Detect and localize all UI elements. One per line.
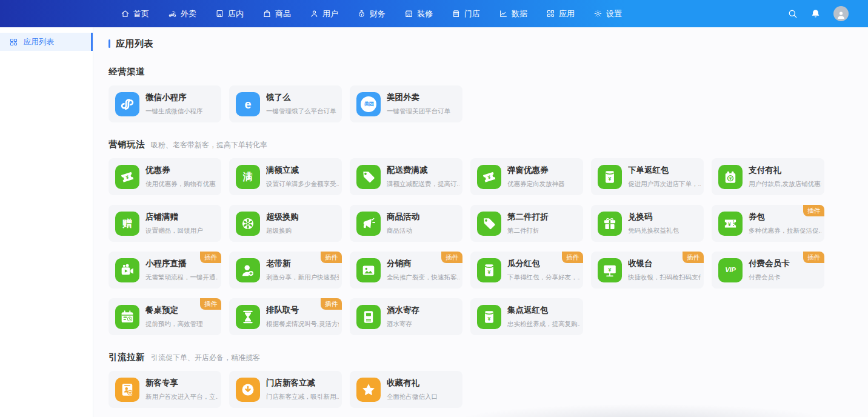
nav-item-apps[interactable]: 应用 — [546, 8, 575, 19]
top-navbar: 首页外卖店内商品用户财务装修门店数据应用设置 — [0, 0, 868, 27]
app-card[interactable]: 老带新刺激分享，新用户快速裂变插件 — [229, 252, 342, 289]
card-desc: 凭码兑换权益礼包 — [628, 227, 679, 235]
app-card[interactable]: 配送费满减满额立减配送费，提高订... — [350, 158, 462, 195]
app-card[interactable]: ¥收银台快捷收银，扫码枪扫码支付插件 — [591, 252, 704, 289]
app-card[interactable]: 新客专享新用户首次进入平台，立... — [109, 371, 221, 408]
nav-item-data[interactable]: 数据 — [499, 8, 527, 19]
sidebar-item-app-list[interactable]: 应用列表 — [0, 33, 93, 51]
nav-item-user[interactable]: 用户 — [310, 8, 338, 19]
app-card[interactable]: 餐桌预定提前预约，高效管理插件 — [109, 298, 221, 335]
card-text: 餐桌预定提前预约，高效管理 — [145, 305, 205, 329]
card-title: 收藏有礼 — [387, 378, 438, 389]
nav-item-label: 店内 — [228, 8, 244, 19]
badge-down-icon — [236, 378, 260, 402]
plugin-badge: 插件 — [683, 252, 704, 263]
nav-item-takeout[interactable]: 外卖 — [168, 8, 196, 19]
app-card[interactable]: 分销商全民推广裂变，快速拓客...插件 — [350, 252, 462, 289]
app-card[interactable]: 商品活动商品活动 — [350, 205, 462, 242]
app-card[interactable]: 门店新客立减门店新客立减，吸引新用... — [229, 371, 342, 408]
card-desc: 提前预约，高效管理 — [145, 320, 203, 329]
user-avatar[interactable] — [833, 6, 849, 21]
nav-item-label: 设置 — [606, 8, 622, 19]
card-desc: 全民推广裂变，快速拓客... — [387, 273, 459, 282]
sidebar: 应用列表 — [0, 27, 93, 417]
red-envelope-icon: ¥ — [598, 165, 622, 189]
card-desc: 多种优惠券，拉新促活促... — [749, 227, 821, 235]
nav-item-settings[interactable]: 设置 — [593, 8, 622, 19]
person-plus-icon — [236, 258, 260, 282]
plugin-badge: 插件 — [200, 252, 221, 263]
card-desc: 门店新客立减，吸引新用... — [266, 393, 339, 401]
card-text: 优惠券使用优惠券，购物有优惠 — [145, 165, 218, 188]
app-card[interactable]: 微信小程序一键生成微信小程序 — [109, 85, 221, 122]
app-card[interactable]: 排队取号根据餐桌情况叫号,灵活方便插件 — [229, 298, 342, 335]
card-desc: 一键管理饿了么平台订单 — [266, 107, 336, 116]
card-desc: 下单得红包，分享好友，... — [507, 273, 580, 282]
apps-icon — [546, 9, 555, 18]
card-title: 微信小程序 — [145, 92, 203, 103]
char-icon: 满 — [236, 165, 260, 189]
card-desc: 设置订单满多少金额享受... — [266, 180, 339, 188]
app-card[interactable]: 赠店铺满赠设置赠品，回馈用户 — [109, 205, 221, 242]
card-text: 美团外卖一键管理美团平台订单 — [387, 92, 453, 116]
app-card[interactable]: 满满额立减设置订单满多少金额享受... — [229, 158, 342, 195]
app-card[interactable]: VIP付费会员卡付费会员卡插件 — [712, 252, 824, 289]
card-desc: 付费会员卡 — [749, 273, 790, 282]
nav-item-label: 用户 — [322, 8, 338, 19]
char-icon: 赠 — [115, 212, 139, 236]
card-text: 店铺满赠设置赠品，回馈用户 — [145, 212, 205, 235]
card-title: 支付有礼 — [749, 165, 821, 176]
plugin-badge: 插件 — [321, 298, 342, 310]
nav-item-home[interactable]: 首页 — [121, 8, 149, 19]
card-text: 新客专享新用户首次进入平台，立... — [145, 378, 221, 401]
card-desc: 满额立减配送费，提高订... — [387, 180, 459, 188]
card-grid: 微信小程序一键生成微信小程序e饿了么一键管理饿了么平台订单美团美团外卖一键管理美… — [109, 85, 830, 122]
nav-item-label: 财务 — [370, 8, 386, 19]
app-card[interactable]: 美团美团外卖一键管理美团平台订单 — [350, 85, 462, 122]
nav-item-label: 首页 — [133, 8, 149, 19]
section-title: 引流拉新 — [109, 352, 145, 363]
wechat-mini-icon — [115, 92, 139, 116]
card-title: 餐桌预定 — [145, 305, 203, 316]
nav-item-store[interactable]: 门店 — [452, 8, 480, 19]
notification-bell-icon[interactable] — [810, 8, 821, 19]
card-text: 第二件打折第二件打折 — [507, 212, 551, 235]
app-card[interactable]: 收藏有礼全面抢占微信入口 — [350, 371, 462, 408]
app-card[interactable]: ¥下单返红包促进用户再次进店下单，... — [591, 158, 704, 195]
calendar-clock-icon — [115, 305, 139, 329]
apps-icon — [9, 38, 18, 47]
card-title: 满额立减 — [266, 165, 339, 176]
app-card[interactable]: 酒水寄存酒水寄存 — [350, 298, 462, 335]
meituan-icon: 美团 — [356, 92, 381, 116]
nav-item-goods[interactable]: 商品 — [262, 8, 291, 19]
nav-item-decorate[interactable]: 装修 — [404, 8, 433, 19]
app-card[interactable]: 兑换码凭码兑换权益礼包 — [591, 205, 704, 242]
search-icon[interactable] — [787, 8, 798, 19]
card-text: 兑换码凭码兑换权益礼包 — [628, 212, 681, 235]
cashier-monitor-icon: ¥ — [598, 258, 622, 282]
card-desc: 超级换购 — [266, 227, 299, 235]
card-title: 门店新客立减 — [266, 378, 339, 389]
card-title: 酒水寄存 — [387, 305, 419, 316]
sidebar-item-label: 应用列表 — [24, 37, 54, 47]
app-card[interactable]: 第二件打折第二件打折 — [470, 205, 583, 242]
app-card[interactable]: ¥券包多种优惠券，拉新促活促...插件 — [712, 205, 824, 242]
red-envelope-icon: ¥ — [477, 305, 501, 329]
plugin-badge: 插件 — [803, 252, 824, 263]
nav-item-in-store[interactable]: 店内 — [215, 8, 244, 19]
app-card[interactable]: 超级换购超级换购 — [229, 205, 342, 242]
card-title: 下单返红包 — [628, 165, 701, 176]
app-card[interactable]: ¥弹窗优惠券优惠券定向发放神器 — [470, 158, 583, 195]
nav-item-finance[interactable]: 财务 — [357, 8, 386, 19]
app-card[interactable]: ¥集点返红包忠实粉丝养成，提高复购... — [470, 298, 583, 335]
app-card[interactable]: e饿了么一键管理饿了么平台订单 — [229, 85, 342, 122]
card-desc: 商品活动 — [387, 227, 419, 235]
gift-box-icon — [598, 212, 622, 236]
app-card[interactable]: ¥支付有礼用户付款后,发放店铺优惠券 — [712, 158, 824, 195]
eleme-icon: e — [236, 92, 260, 116]
app-card[interactable]: ¥优惠券使用优惠券，购物有优惠 — [109, 158, 221, 195]
tag-icon — [356, 165, 381, 189]
card-title: 新客专享 — [145, 378, 218, 389]
app-card[interactable]: ¥瓜分红包下单得红包，分享好友，...插件 — [470, 252, 583, 289]
app-card[interactable]: 小程序直播无需繁琐流程，一键开通...插件 — [109, 252, 221, 289]
